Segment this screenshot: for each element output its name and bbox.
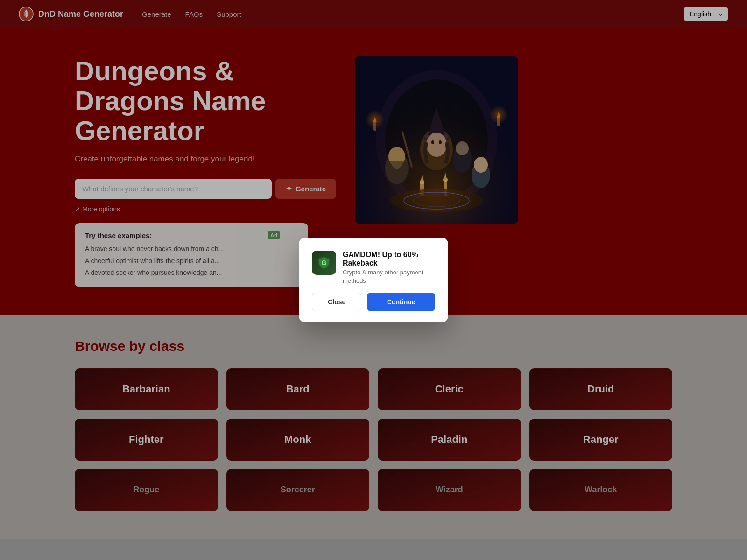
modal-title: GAMDOM! Up to 60% Rakeback [343,251,435,267]
ad-modal: G GAMDOM! Up to 60% Rakeback Crypto & ma… [299,238,448,322]
svg-text:G: G [322,259,327,266]
modal-close-button[interactable]: Close [312,293,361,311]
modal-actions: Close Continue [312,293,435,311]
modal-text: GAMDOM! Up to 60% Rakeback Crypto & many… [343,251,435,285]
modal-logo-icon: G [312,251,336,275]
gamdom-icon: G [316,255,332,271]
modal-continue-button[interactable]: Continue [367,293,435,311]
modal-header: G GAMDOM! Up to 60% Rakeback Crypto & ma… [312,251,435,285]
modal-overlay: G GAMDOM! Up to 60% Rakeback Crypto & ma… [0,0,747,539]
modal-description: Crypto & many other payment methods [343,268,435,285]
